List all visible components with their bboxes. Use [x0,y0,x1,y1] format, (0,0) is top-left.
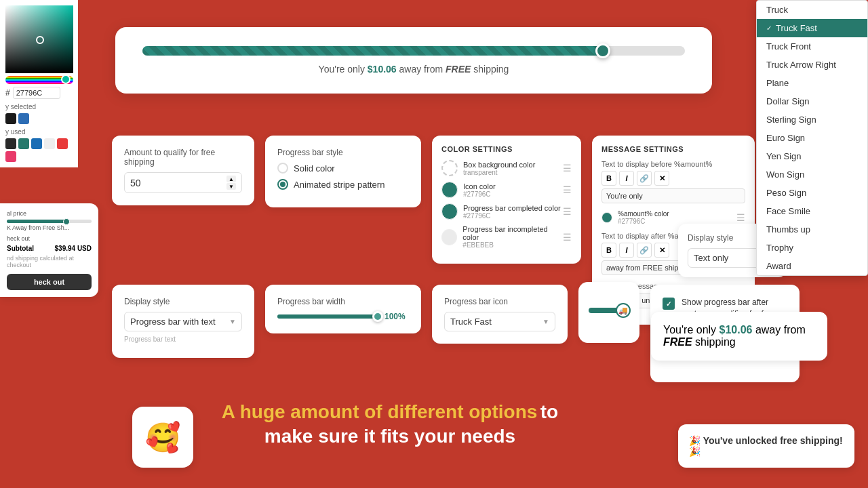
dropdown-item-truck-front[interactable]: Truck Front [757,37,867,56]
color-name-incomplete: Progress bar incompleted color #EBEBEB [462,225,563,249]
cart-subtotal-label: Subtotal [7,245,34,252]
color-row-bg: Box background color transparent ☰ [441,160,572,176]
cart-price-label: al price [7,210,92,217]
bottom-text-section: A huge amount of different options to ma… [203,401,576,447]
dropdown-item-truck-fast[interactable]: ✓ Truck Fast [757,19,867,37]
dropdown-item-peso[interactable]: Peso Sign [757,184,867,202]
unlocked-card: 🎉 You've unlocked free shipping! 🎉 [678,424,854,468]
dropdown-item-truck[interactable]: Truck [757,1,867,19]
dropdown-item-plane[interactable]: Plane [757,74,867,92]
amount-value[interactable]: 50 [130,178,226,188]
amount-color-menu[interactable]: ☰ [736,212,745,223]
bold-btn[interactable]: B [601,171,616,186]
color-dot-icon[interactable] [441,182,458,198]
dropdown-label-truck-fast: Truck Fast [776,23,817,33]
color-settings-card: COLOR SETTINGS Box background color tran… [432,136,581,264]
headline-white-to: to [540,401,558,422]
hue-thumb[interactable] [61,75,71,84]
swatch-blue2[interactable] [31,138,42,149]
display-style-select[interactable]: Progress bar with text ▼ [124,312,242,331]
color-gradient[interactable] [5,5,73,73]
dropdown-item-trophy[interactable]: Trophy [757,239,867,257]
progress-bar-card: You're only $10.06 away from FREE shippi… [115,27,712,94]
selected-swatches [5,113,73,124]
radio-animated[interactable]: Animated stripe pattern [277,179,409,190]
progress-fill [142,46,604,56]
hex-hash: # [5,88,10,98]
dropdown-item-face-smile[interactable]: Face Smile [757,202,867,220]
color-dot-completed[interactable] [441,203,458,220]
swatch-black[interactable] [5,113,16,124]
width-range-thumb[interactable] [372,311,383,322]
color-menu-completed[interactable]: ☰ [563,206,572,217]
progress-thumb[interactable] [595,43,610,58]
bold-btn2[interactable]: B [601,243,616,258]
hex-value-input[interactable]: 27796C [13,87,60,99]
dropdown-item-won[interactable]: Won Sign [757,165,867,184]
dropdown-item-truck-arrow[interactable]: Truck Arrow Right [757,56,867,74]
progress-middle: away from [397,64,446,75]
italic-btn2[interactable]: I [619,243,634,258]
checkout-button[interactable]: heck out [7,274,92,290]
clear-btn2[interactable]: ✕ [654,243,669,258]
color-name-icon: Icon color #27796C [463,182,496,198]
before-amount-row: Text to display before %amount% B I 🔗 ✕ … [601,160,745,203]
amount-color-dot[interactable] [601,212,612,223]
color-picker-panel: # 27796C y selected y used [0,0,78,167]
color-dot-bg[interactable] [441,160,458,176]
link-btn2[interactable]: 🔗 [637,243,652,258]
color-menu-bg[interactable]: ☰ [563,163,572,174]
color-menu-incomplete[interactable]: ☰ [563,232,572,243]
swatch-teal[interactable] [18,138,29,149]
swatch-dark[interactable] [5,138,16,149]
dropdown-item-thumbs-up[interactable]: Thumbs up [757,220,867,239]
icon-arrow: ▼ [542,318,549,325]
swatch-light[interactable] [44,138,55,149]
preview-prefix: You're only [663,324,719,336]
italic-btn[interactable]: I [619,171,634,186]
amount-spinner[interactable]: ▲ ▼ [226,176,236,190]
color-row-icon: Icon color #27796C ☰ [441,182,572,198]
progress-style-card: Progress bar style Solid color Animated … [265,136,421,207]
spinner-down[interactable]: ▼ [226,183,236,190]
preview-middle: away from [752,324,805,336]
truck-icon-circle: 🚚 [616,303,631,318]
color-name-completed: Progress bar completed color #27796C [463,204,561,220]
checkbox-1[interactable]: ✓ [663,298,675,310]
color-info-incomplete: Progress bar incompleted color #EBEBEB [441,225,563,249]
cart-subtotal-value: $39.94 USD [55,245,92,252]
hex-input-row: # 27796C [5,87,73,99]
before-amount-label: Text to display before %amount% [601,160,745,168]
clear-btn[interactable]: ✕ [654,171,669,186]
width-range-track[interactable] [277,314,378,319]
color-menu-icon[interactable]: ☰ [563,184,572,195]
headline-yellow: A huge amount of different options [222,401,538,422]
dropdown-item-yen[interactable]: Yen Sign [757,147,867,165]
swatch-red[interactable] [57,138,68,149]
dropdown-item-award[interactable]: Award [757,257,867,275]
spinner-up[interactable]: ▲ [226,176,236,182]
link-btn[interactable]: 🔗 [637,171,652,186]
unlocked-text: 🎉 You've unlocked free shipping! 🎉 [689,435,843,457]
preview-card-right: You're only $10.06 away from FREE shippi… [651,312,827,361]
emoji-card: 🥰 [132,407,193,468]
dropdown-item-dollar[interactable]: Dollar Sign [757,92,867,110]
color-info-bg: Box background color transparent [441,160,535,176]
radio-circle-solid[interactable] [277,163,288,174]
radio-solid[interactable]: Solid color [277,163,409,174]
radio-label-animated: Animated stripe pattern [294,180,384,190]
cart-mini-range [7,220,92,223]
check-selected-icon: ✓ [766,24,772,32]
dropdown-item-sterling[interactable]: Sterling Sign [757,110,867,129]
hue-bar[interactable] [5,76,73,84]
selected-label: y selected [5,103,73,110]
color-dot-incomplete[interactable] [441,229,457,245]
swatch-blue[interactable] [18,113,29,124]
progress-prefix: You're only [319,64,368,75]
icon-select-row[interactable]: Truck Fast ▼ [444,312,555,331]
swatch-pink[interactable] [5,151,16,162]
before-amount-input[interactable]: You're only [601,188,745,203]
color-gradient-thumb[interactable] [36,36,44,44]
dropdown-item-euro[interactable]: Euro Sign [757,129,867,147]
radio-circle-animated[interactable] [277,179,288,190]
